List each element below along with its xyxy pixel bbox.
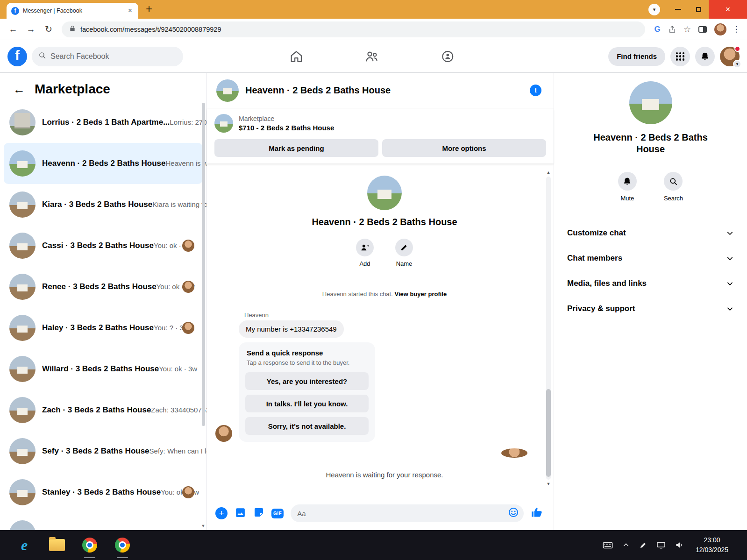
- display-icon[interactable]: [656, 540, 666, 550]
- minimize-icon: [675, 9, 681, 10]
- chat-list-item[interactable]: Willard · 3 Beds 2 Baths HouseYou: ok · …: [0, 348, 206, 390]
- sidebar-scrollbar[interactable]: ▼: [200, 103, 206, 528]
- bookmark-star-icon[interactable]: ☆: [680, 24, 695, 35]
- minimize-button[interactable]: [668, 0, 688, 19]
- chat-list-item[interactable]: Baudilio · 3 Beds 2 Baths House: [0, 513, 206, 530]
- scrollbar-thumb[interactable]: [202, 103, 205, 426]
- tab-search-icon[interactable]: ▾: [648, 4, 660, 15]
- edit-name-button[interactable]: Name: [395, 239, 413, 267]
- tab-communities[interactable]: [437, 46, 458, 67]
- chat-list-item[interactable]: Lorrius · 2 Beds 1 Bath Apartme...Lorriu…: [0, 102, 206, 143]
- section-label: Privacy & support: [567, 304, 635, 313]
- add-label: Add: [359, 260, 370, 267]
- profile-avatar[interactable]: ▾: [720, 47, 740, 66]
- chat-scrollbar[interactable]: ▲ ▼: [545, 170, 552, 486]
- emoji-icon[interactable]: [508, 507, 519, 520]
- section-chat-members[interactable]: Chat members: [562, 246, 740, 271]
- taskbar-file-explorer[interactable]: [48, 535, 66, 555]
- attach-plus-icon[interactable]: +: [215, 507, 228, 519]
- search-input[interactable]: [50, 52, 163, 61]
- touch-keyboard-icon[interactable]: [603, 540, 613, 550]
- tab-friends[interactable]: [361, 46, 383, 67]
- taskbar-internet-explorer[interactable]: e: [15, 535, 34, 555]
- details-avatar: [629, 81, 672, 124]
- chrome-icon: [82, 538, 97, 553]
- back-icon[interactable]: ←: [5, 21, 21, 38]
- new-tab-button[interactable]: +: [146, 3, 152, 14]
- scroll-up-icon[interactable]: ▲: [545, 170, 552, 175]
- image-icon[interactable]: [235, 507, 246, 520]
- taskbar-chrome-1[interactable]: [80, 535, 99, 555]
- chat-list-item[interactable]: Sefy · 3 Beds 2 Baths HouseSefy: When ca…: [0, 431, 206, 472]
- quick-response-option[interactable]: Sorry, it's not available.: [245, 417, 369, 435]
- side-panel-button[interactable]: [695, 26, 711, 33]
- intro-title: Heavenn · 2 Beds 2 Baths House: [215, 217, 554, 227]
- mute-button[interactable]: Mute: [618, 172, 637, 202]
- browser-address-bar: ← → ↻ facebook.com/messages/t/9245020008…: [0, 19, 747, 40]
- conversation-avatar[interactable]: [216, 79, 239, 102]
- browser-profile-avatar[interactable]: [714, 23, 726, 35]
- chat-list-item[interactable]: Stanley · 3 Beds 2 Baths HouseYou: ok · …: [0, 472, 206, 513]
- browser-tab[interactable]: f Messenger | Facebook ×: [7, 3, 138, 19]
- tab-close-icon[interactable]: ×: [127, 7, 134, 15]
- facebook-favicon-icon: f: [11, 7, 19, 15]
- chat-name: Heavenn · 2 Beds 2 Baths House: [42, 159, 166, 168]
- chat-list-item[interactable]: Haley · 3 Beds 2 Baths HouseYou: ? · 3w: [0, 307, 206, 348]
- pen-icon[interactable]: [639, 541, 647, 549]
- listing-thumbnail: [214, 114, 233, 133]
- facebook-logo[interactable]: f: [7, 47, 27, 66]
- add-people-button[interactable]: Add: [356, 239, 374, 267]
- facebook-nav-tabs: [285, 40, 458, 73]
- section-media-files-links[interactable]: Media, files and links: [562, 271, 740, 296]
- window-controls: ▾ ×: [648, 0, 747, 19]
- back-arrow-icon[interactable]: ←: [13, 83, 25, 95]
- sender-name: Heavenn: [244, 312, 375, 319]
- sticker-icon[interactable]: [253, 507, 264, 520]
- section-privacy-support[interactable]: Privacy & support: [562, 296, 740, 321]
- tray-expand-icon[interactable]: [622, 541, 630, 549]
- facebook-search[interactable]: [32, 47, 183, 66]
- section-customize-chat[interactable]: Customize chat: [562, 220, 740, 246]
- message-input-pill[interactable]: [291, 504, 524, 522]
- mark-as-pending-button[interactable]: Mark as pending: [214, 139, 378, 157]
- conversation-title: Heavenn · 2 Beds 2 Baths House: [245, 85, 391, 96]
- taskbar-chrome-2[interactable]: [113, 535, 132, 555]
- url-bar[interactable]: facebook.com/messages/t/9245020008879929: [62, 21, 645, 37]
- google-icon[interactable]: G: [650, 25, 665, 34]
- quick-response-option[interactable]: In talks. I'll let you know.: [245, 395, 369, 412]
- tab-home[interactable]: [285, 46, 307, 67]
- share-icon[interactable]: [665, 25, 680, 34]
- chat-list-item[interactable]: Kiara · 3 Beds 2 Baths HouseKiara is wai…: [0, 184, 206, 225]
- apps-menu-button[interactable]: [670, 47, 690, 66]
- view-buyer-profile-link[interactable]: View buyer profile: [394, 291, 447, 298]
- chat-name: Haley · 3 Beds 2 Baths House: [42, 323, 154, 332]
- gif-icon[interactable]: GIF: [271, 509, 284, 518]
- listing-avatar: [9, 356, 36, 382]
- close-button[interactable]: ×: [709, 0, 747, 19]
- taskbar-clock[interactable]: 23:00 12/03/2025: [696, 535, 728, 555]
- quick-response-option[interactable]: Yes, are you interested?: [245, 372, 369, 390]
- notifications-button[interactable]: [695, 47, 715, 66]
- scrollbar-thumb[interactable]: [546, 389, 551, 477]
- reload-icon[interactable]: ↻: [40, 21, 57, 38]
- chat-list-item[interactable]: Zach · 3 Beds 2 Baths HouseZach: 3344050…: [0, 390, 206, 431]
- search-in-chat-button[interactable]: Search: [664, 172, 683, 202]
- seen-avatar: [182, 486, 194, 498]
- chat-list-item[interactable]: Cassi · 3 Beds 2 Baths HouseYou: ok · 2d: [0, 225, 206, 266]
- volume-icon[interactable]: [675, 540, 684, 550]
- message-input[interactable]: [297, 510, 508, 517]
- maximize-button[interactable]: [688, 0, 709, 19]
- info-icon[interactable]: i: [530, 85, 541, 96]
- chat-name: Kiara · 3 Beds 2 Baths House: [42, 200, 152, 209]
- scroll-down-icon[interactable]: ▼: [545, 482, 552, 486]
- more-options-button[interactable]: More options: [382, 139, 546, 157]
- chat-list-item[interactable]: Renee · 3 Beds 2 Baths HouseYou: ok · 3w: [0, 266, 206, 307]
- find-friends-button[interactable]: Find friends: [608, 47, 665, 66]
- facebook-header-right: Find friends ▾: [608, 47, 740, 66]
- quick-response-card: Send a quick response Tap a response to …: [239, 342, 375, 442]
- chat-list-item-selected[interactable]: Heavenn · 2 Beds 2 Baths HouseHeavenn is…: [4, 143, 203, 184]
- scroll-down-icon[interactable]: ▼: [200, 524, 206, 528]
- browser-menu-icon[interactable]: ⋮: [730, 24, 742, 34]
- thumbs-up-icon[interactable]: [531, 506, 543, 521]
- forward-icon[interactable]: →: [22, 21, 39, 38]
